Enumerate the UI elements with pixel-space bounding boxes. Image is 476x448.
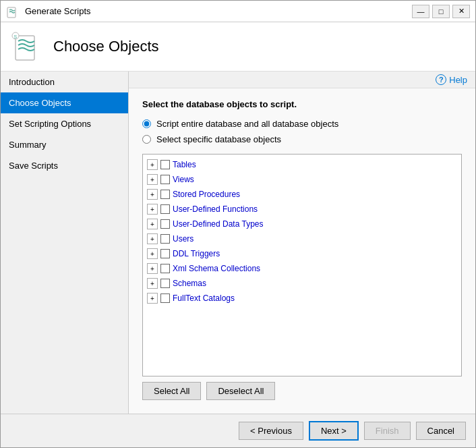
tree-label-ddl-triggers: DDL Triggers [173,249,220,258]
next-button[interactable]: Next > [309,421,359,441]
header-icon: S [11,30,44,63]
finish-button[interactable]: Finish [364,422,411,440]
deselect-all-button[interactable]: Deselect All [206,382,275,400]
tree-expander-views[interactable]: + [147,174,158,185]
tree-label-views: Views [173,175,194,184]
tree-item-uddt[interactable]: + User-Defined Data Types [143,217,461,231]
help-link[interactable]: ? Help [436,74,467,85]
tree-label-udf: User-Defined Functions [173,204,258,214]
tree-label-stored-procedures: Stored Procedures [173,190,240,199]
svg-text:S: S [14,34,18,39]
sidebar-item-choose-objects[interactable]: Choose Objects [1,92,128,113]
instruction-label: Select the database objects to script. [142,99,462,109]
tree-item-views[interactable]: + Views [143,172,461,187]
tree-label-fulltext-catalogs: FullText Catalogs [173,293,235,303]
radio-group: Script entire database and all database … [142,119,462,144]
tree-checkbox-users[interactable] [160,234,170,244]
sidebar-item-summary[interactable]: Summary [1,134,128,155]
sidebar-item-save-scripts[interactable]: Save Scripts [1,155,128,176]
help-bar: ? Help [129,72,475,88]
tree-item-ddl-triggers[interactable]: + DDL Triggers [143,246,461,261]
title-bar-controls: — □ ✕ [412,5,470,18]
tree-container[interactable]: + Tables + Views + Stored Procedu [142,154,462,376]
help-label: Help [449,75,467,85]
radio-script-entire-input[interactable] [142,119,151,128]
tree-expander-fulltext-catalogs[interactable]: + [147,293,158,304]
tree-checkbox-tables[interactable] [160,160,170,169]
window-title: Generate Scripts [25,6,91,16]
main-window: Generate Scripts — □ ✕ S Choose Objects … [0,0,476,448]
tree-expander-xml-schema[interactable]: + [147,263,158,274]
tree-item-tables[interactable]: + Tables [143,157,461,172]
minimize-button[interactable]: — [412,5,429,18]
tree-checkbox-udf[interactable] [160,204,170,214]
radio-select-specific-label: Select specific database objects [156,134,281,144]
footer: < Previous Next > Finish Cancel [1,414,475,447]
cancel-button[interactable]: Cancel [416,422,466,440]
tree-checkbox-xml-schema[interactable] [160,264,170,273]
top-panel: Introduction Choose Objects Set Scriptin… [1,72,475,414]
help-circle-icon: ? [436,74,446,85]
tree-label-tables: Tables [173,160,196,169]
tree-expander-tables[interactable]: + [147,159,158,170]
tree-label-schemas: Schemas [173,279,206,288]
radio-script-entire-label: Script entire database and all database … [156,119,338,129]
tree-checkbox-views[interactable] [160,175,170,184]
full-layout: S Choose Objects Introduction Choose Obj… [1,22,475,447]
tree-item-udf[interactable]: + User-Defined Functions [143,202,461,217]
tree-item-fulltext-catalogs[interactable]: + FullText Catalogs [143,291,461,306]
tree-label-xml-schema: Xml Schema Collections [173,264,260,273]
tree-expander-users[interactable]: + [147,233,158,244]
select-all-button[interactable]: Select All [142,382,201,400]
tree-checkbox-uddt[interactable] [160,219,170,229]
sidebar-item-introduction[interactable]: Introduction [1,72,128,92]
tree-expander-ddl-triggers[interactable]: + [147,248,158,259]
page-title: Choose Objects [53,38,159,55]
window-icon [6,5,20,18]
previous-button[interactable]: < Previous [239,422,303,440]
tree-expander-stored-procedures[interactable]: + [147,189,158,200]
radio-select-specific[interactable]: Select specific database objects [142,134,462,144]
main-content: ? Help Select the database objects to sc… [129,72,475,414]
main-header: S Choose Objects [1,22,475,72]
tree-expander-schemas[interactable]: + [147,278,158,289]
tree-item-stored-procedures[interactable]: + Stored Procedures [143,187,461,202]
tree-item-users[interactable]: + Users [143,231,461,246]
main-body: Select the database objects to script. S… [129,88,475,414]
tree-actions: Select All Deselect All [142,382,462,400]
maximize-button[interactable]: □ [432,5,450,18]
title-bar: Generate Scripts — □ ✕ [1,1,475,22]
tree-checkbox-schemas[interactable] [160,279,170,288]
sidebar-item-set-scripting-options[interactable]: Set Scripting Options [1,113,128,134]
title-bar-left: Generate Scripts [6,5,91,18]
radio-script-entire[interactable]: Script entire database and all database … [142,119,462,129]
tree-item-schemas[interactable]: + Schemas [143,276,461,291]
tree-checkbox-fulltext-catalogs[interactable] [160,293,170,303]
close-button[interactable]: ✕ [452,5,470,18]
tree-expander-uddt[interactable]: + [147,219,158,229]
tree-expander-udf[interactable]: + [147,204,158,215]
sidebar: Introduction Choose Objects Set Scriptin… [1,72,129,414]
radio-select-specific-input[interactable] [142,135,151,144]
tree-label-uddt: User-Defined Data Types [173,219,264,229]
tree-item-xml-schema[interactable]: + Xml Schema Collections [143,261,461,276]
tree-checkbox-ddl-triggers[interactable] [160,249,170,258]
tree-label-users: Users [173,234,194,244]
tree-checkbox-stored-procedures[interactable] [160,190,170,199]
